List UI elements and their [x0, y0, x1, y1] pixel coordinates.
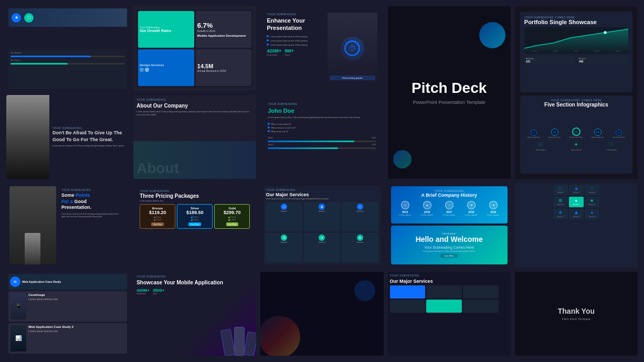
- service-2: Service Title Two: [548, 136, 561, 139]
- mobile-label: Your Subheading: [136, 275, 253, 278]
- web-case-title-1: Web Application Case Study: [22, 280, 125, 283]
- about-sublabel: Your Subheading: [136, 98, 253, 101]
- mission-label: Our Mission: [10, 51, 125, 54]
- web-case-subtitle-2: Web Application Case Study 2: [28, 325, 125, 328]
- slide-abstract[interactable]: [260, 272, 383, 356]
- gold-price: $299.70: [224, 210, 241, 215]
- slide-grid: ★ ⬡ Our Mission Our Vision Your Subhe: [0, 0, 644, 362]
- growth-mobile-title: Mobile Application Development: [197, 34, 250, 37]
- pricing-title: Three Pricing Packages: [140, 193, 250, 199]
- more-services-label: Your Subheading: [390, 274, 509, 277]
- history-title: A Brief Company History: [394, 193, 504, 198]
- slide-enhance[interactable]: Your Subheading Enhance Your Presentatio…: [260, 6, 383, 91]
- slide-pitch-deck[interactable]: Pitch Deck PowerPoint Presentation Templ…: [388, 6, 511, 179]
- slide-major-services[interactable]: Your Subheading Our Major Services Lorem…: [260, 183, 383, 268]
- enhance-stat2: 9M+: [284, 48, 294, 54]
- growth-stat1: 6.7%: [197, 22, 250, 29]
- about-watermark: About: [136, 160, 179, 177]
- web-case-subtitle-1: CaseImage: [28, 293, 125, 296]
- john-label: Your Subheading: [268, 102, 376, 105]
- service-1: Service Title One: [527, 136, 540, 139]
- slide-about[interactable]: Your Subheading About Our Company Lorem …: [133, 95, 256, 179]
- points-label: Your Subheading: [61, 188, 124, 191]
- growth-design-title: Design Services: [140, 63, 193, 67]
- john-title: John Doe: [268, 108, 376, 114]
- pricing-label: Your Subheading: [140, 189, 250, 193]
- hello-subtitle: Your Subheading Comes Here: [424, 246, 474, 249]
- bronze-price: $119.20: [149, 210, 166, 215]
- slide-afraid[interactable]: Your Subheading Don't Be Afraid To Give …: [6, 95, 129, 179]
- learn-more-button[interactable]: Learn More: [440, 254, 457, 258]
- enhance-label: Your Subheading: [267, 13, 325, 16]
- slide-more-services[interactable]: Your Subheading Our Major Services: [388, 272, 511, 356]
- service-3: Service Title Three: [569, 136, 583, 139]
- growth-title: Our Growth Rates: [140, 29, 193, 33]
- slide-john-doe[interactable]: Your Subheading John Doe Lorem ipsum dum…: [260, 95, 383, 179]
- growth-stat3-label: Annual Revenue in 2019: [197, 69, 250, 72]
- pitch-deck-subtitle: PowerPoint Presentation Template: [411, 100, 487, 105]
- slide-growth[interactable]: Your Subheading Our Growth Rates 6.7% Gr…: [133, 6, 256, 91]
- infographic-title: Five Section Infographics: [523, 102, 629, 108]
- slide-services-grid[interactable]: ⬡ Service 1 ◈ Service 2 ☆ Service 3 ⚙ Se…: [515, 183, 638, 268]
- growth-stat3: 14.5M: [197, 63, 250, 69]
- services-label: Your Subheading: [266, 188, 378, 191]
- afraid-title: Don't Be Afraid To Give Up The Good To G…: [52, 130, 126, 143]
- services-title: Our Major Services: [266, 192, 378, 197]
- mobile-stat1: 420M+: [136, 288, 150, 293]
- about-body: Lorem ipsum dummy text of the printing a…: [136, 110, 253, 116]
- portfolio-title: Portfolio Single Showcase: [524, 19, 628, 25]
- slide-company-history[interactable]: Your Subheading A Brief Company History …: [388, 183, 511, 268]
- slide-showcase-mobile[interactable]: Your Subheading Showcase Your Mobile App…: [133, 272, 256, 356]
- slide-portfolio-infographics[interactable]: Your Subheading Comes Here Portfolio Sin…: [515, 6, 638, 179]
- service-4: Service Title Four: [592, 136, 604, 139]
- about-title: About Our Company: [136, 102, 253, 109]
- slide-final[interactable]: Thank You Pitch Deck Template: [515, 272, 638, 356]
- hello-title: Hello and Welcome: [416, 235, 483, 243]
- silver-price: $189.50: [186, 210, 204, 215]
- service-5: Service Title Five: [613, 136, 625, 139]
- slide-mission[interactable]: ★ ⬡ Our Mission Our Vision: [6, 6, 129, 91]
- mobile-stat2: 3500+: [153, 288, 164, 293]
- enhance-stat1: 420M+: [267, 48, 281, 54]
- pitch-deck-title: Pitch Deck: [411, 80, 487, 97]
- more-services-title: Our Major Services: [390, 279, 509, 284]
- slide-some-points[interactable]: Your Subheading Some PointsFor a GoodPre…: [6, 183, 129, 268]
- svg-point-0: [604, 31, 607, 34]
- slide-pricing[interactable]: Your Subheading Three Pricing Packages L…: [133, 183, 256, 268]
- mobile-title: Showcase Your Mobile Application: [136, 279, 253, 286]
- enhance-title: Enhance Your Presentation: [267, 17, 325, 32]
- john-body: Lorem ipsum dummy text of the printing a…: [268, 116, 376, 119]
- slide-web-case[interactable]: 01 Web Application Case Study 📱 CaseImag…: [6, 272, 129, 356]
- vision-label: Our Vision: [10, 59, 125, 61]
- growth-stat1-label: Growth in 2019: [197, 29, 250, 33]
